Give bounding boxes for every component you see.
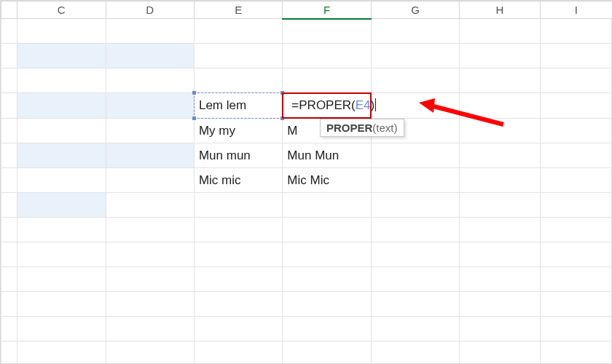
cell[interactable] bbox=[106, 44, 194, 68]
cell[interactable] bbox=[17, 19, 106, 44]
cell[interactable] bbox=[106, 193, 194, 218]
cell[interactable] bbox=[17, 317, 106, 341]
cell[interactable] bbox=[17, 44, 106, 68]
cell[interactable] bbox=[540, 119, 612, 143]
cell[interactable] bbox=[540, 292, 612, 317]
cell[interactable] bbox=[106, 218, 194, 242]
cell[interactable] bbox=[106, 267, 194, 292]
cell[interactable] bbox=[194, 44, 282, 68]
cell[interactable] bbox=[540, 218, 612, 242]
cell[interactable] bbox=[17, 218, 106, 242]
cell[interactable] bbox=[371, 193, 459, 218]
cell[interactable] bbox=[460, 119, 540, 143]
cell[interactable] bbox=[460, 193, 540, 218]
cell[interactable] bbox=[371, 68, 459, 93]
cell[interactable] bbox=[194, 242, 282, 267]
cell[interactable] bbox=[106, 93, 194, 119]
cell[interactable] bbox=[283, 68, 371, 93]
cell[interactable] bbox=[460, 317, 540, 341]
cell[interactable] bbox=[540, 93, 612, 119]
cell[interactable] bbox=[371, 143, 459, 168]
cell[interactable] bbox=[540, 341, 612, 365]
cell[interactable] bbox=[371, 341, 459, 365]
column-headers[interactable]: C D E F G H I bbox=[1, 1, 613, 19]
cell[interactable] bbox=[106, 242, 194, 267]
cell[interactable] bbox=[460, 168, 540, 193]
cell[interactable] bbox=[283, 292, 371, 317]
cell[interactable] bbox=[194, 317, 282, 341]
col-header-C[interactable]: C bbox=[17, 1, 106, 19]
cell[interactable] bbox=[194, 341, 282, 365]
cell[interactable] bbox=[283, 267, 371, 292]
cell[interactable] bbox=[106, 119, 194, 143]
cell[interactable] bbox=[283, 242, 371, 267]
col-header-G[interactable]: G bbox=[371, 1, 459, 19]
cell[interactable] bbox=[540, 19, 612, 44]
cell[interactable] bbox=[17, 242, 106, 267]
cell[interactable] bbox=[194, 218, 282, 242]
cell[interactable] bbox=[283, 218, 371, 242]
cell[interactable] bbox=[371, 242, 459, 267]
formula-input[interactable]: =PROPER(E4) bbox=[287, 93, 380, 118]
cell[interactable] bbox=[106, 168, 194, 193]
cell[interactable] bbox=[194, 193, 282, 218]
cell[interactable] bbox=[283, 341, 371, 365]
cell[interactable] bbox=[17, 267, 106, 292]
cell-F4-editing[interactable]: =PROPER(E4) bbox=[283, 93, 371, 119]
cell-F7[interactable]: Mic Mic bbox=[283, 168, 371, 193]
cell[interactable] bbox=[540, 193, 612, 218]
cell[interactable] bbox=[460, 93, 540, 119]
cell[interactable] bbox=[371, 218, 459, 242]
cell[interactable] bbox=[540, 267, 612, 292]
cell[interactable] bbox=[371, 19, 459, 44]
cell[interactable] bbox=[17, 292, 106, 317]
cell[interactable] bbox=[371, 44, 459, 68]
cell[interactable] bbox=[371, 168, 459, 193]
col-header-I[interactable]: I bbox=[540, 1, 612, 19]
cell-E4[interactable]: Lem lem bbox=[194, 93, 282, 119]
cell[interactable] bbox=[460, 218, 540, 242]
cell-F6[interactable]: Mun Mun bbox=[283, 143, 371, 168]
cell[interactable] bbox=[194, 267, 282, 292]
col-header-D[interactable]: D bbox=[106, 1, 194, 19]
cell[interactable] bbox=[371, 292, 459, 317]
cell[interactable] bbox=[17, 93, 106, 119]
cell[interactable] bbox=[371, 317, 459, 341]
cell[interactable] bbox=[283, 317, 371, 341]
cell[interactable] bbox=[106, 68, 194, 93]
spreadsheet-grid[interactable]: C D E F G H I Lem lem bbox=[1, 1, 612, 364]
cell-E5[interactable]: My my bbox=[194, 119, 282, 143]
cell[interactable] bbox=[460, 19, 540, 44]
cell[interactable] bbox=[460, 68, 540, 93]
cell[interactable] bbox=[17, 168, 106, 193]
cell[interactable] bbox=[540, 68, 612, 93]
cell[interactable] bbox=[17, 119, 106, 143]
col-header-E[interactable]: E bbox=[194, 1, 282, 19]
cell[interactable] bbox=[17, 341, 106, 365]
cell[interactable] bbox=[17, 68, 106, 93]
cell-E7[interactable]: Mic mic bbox=[194, 168, 282, 193]
cell[interactable] bbox=[106, 341, 194, 365]
col-header-F[interactable]: F bbox=[283, 1, 371, 19]
cell[interactable] bbox=[540, 317, 612, 341]
cell[interactable] bbox=[460, 292, 540, 317]
cell[interactable] bbox=[194, 19, 282, 44]
cell[interactable] bbox=[106, 292, 194, 317]
cell[interactable] bbox=[106, 143, 194, 168]
cell[interactable] bbox=[460, 341, 540, 365]
cell[interactable] bbox=[540, 242, 612, 267]
cell[interactable] bbox=[540, 168, 612, 193]
cell[interactable] bbox=[106, 317, 194, 341]
cell[interactable] bbox=[460, 44, 540, 68]
cell[interactable] bbox=[371, 93, 459, 119]
cell[interactable] bbox=[17, 193, 106, 218]
cell[interactable] bbox=[540, 143, 612, 168]
col-header-H[interactable]: H bbox=[460, 1, 540, 19]
cell[interactable] bbox=[283, 19, 371, 44]
cell[interactable] bbox=[283, 193, 371, 218]
cell[interactable] bbox=[194, 292, 282, 317]
cell[interactable] bbox=[194, 68, 282, 93]
cell[interactable] bbox=[540, 44, 612, 68]
cell[interactable] bbox=[283, 44, 371, 68]
cell[interactable] bbox=[460, 242, 540, 267]
